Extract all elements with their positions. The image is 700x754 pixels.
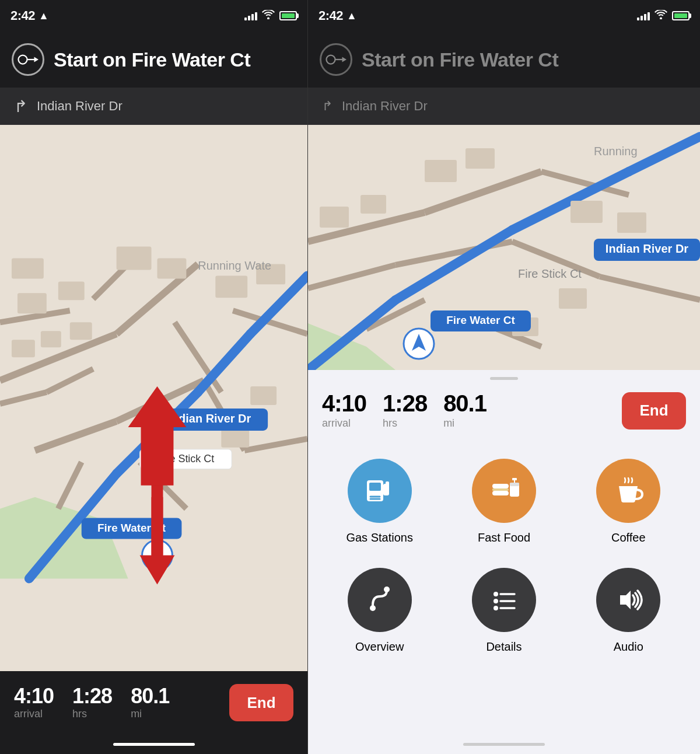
time-right: 2:42	[318, 8, 343, 23]
duration-stat-right: 1:28 hrs	[383, 392, 427, 430]
poi-overview[interactable]: Overview	[317, 556, 442, 665]
distance-stat-right: 80.1 mi	[443, 392, 487, 430]
svg-rect-92	[510, 483, 519, 486]
time-left: 2:42	[10, 8, 35, 23]
svg-rect-24	[41, 331, 61, 347]
fast-food-label: Fast Food	[478, 531, 530, 544]
svg-rect-70	[570, 201, 603, 223]
coffee-icon-circle	[596, 459, 660, 523]
turn-arrow-icon-right: ↱	[322, 99, 332, 114]
poi-gas-stations[interactable]: Gas Stations	[317, 447, 442, 556]
svg-rect-88	[492, 484, 509, 488]
svg-text:Running: Running	[594, 145, 638, 158]
svg-marker-50	[342, 57, 347, 62]
svg-point-97	[494, 592, 498, 596]
arrival-stat-right: 4:10 arrival	[322, 392, 366, 430]
right-panel: 2:42 ▲ Start on Fi	[308, 0, 700, 754]
status-bar-right: 2:42 ▲	[308, 0, 700, 32]
details-list-icon	[487, 582, 522, 617]
arrival-label-right: arrival	[322, 417, 366, 430]
details-label: Details	[486, 640, 522, 654]
status-icons-right	[637, 10, 690, 22]
next-turn-right: ↱ Indian River Dr	[308, 88, 700, 125]
poi-fast-food[interactable]: Fast Food	[442, 447, 566, 556]
location-icon-right: ▲	[346, 10, 357, 22]
bottom-bar-left: 4:10 arrival 1:28 hrs 80.1 mi End	[0, 671, 307, 734]
wifi-icon-right	[654, 10, 667, 22]
fast-food-icon-circle	[472, 459, 536, 523]
svg-point-0	[19, 55, 27, 64]
svg-rect-72	[559, 288, 587, 309]
distance-stat-left: 80.1 mi	[131, 686, 169, 720]
coffee-cup-icon	[611, 473, 646, 508]
turn-street-left: Indian River Dr	[37, 99, 123, 114]
svg-rect-27	[58, 281, 85, 300]
svg-rect-83	[369, 483, 381, 491]
svg-text:Fire Water Ct: Fire Water Ct	[446, 314, 515, 326]
arrival-value-left: 4:10	[14, 686, 54, 707]
overview-icon	[362, 582, 397, 617]
duration-label-right: hrs	[383, 417, 427, 430]
audio-speaker-icon	[611, 582, 646, 617]
svg-rect-29	[117, 246, 152, 270]
left-panel: 2:42 ▲ Start on Fi	[0, 0, 308, 754]
map-left: Running Wate Indian River Dr Fire Stick …	[0, 125, 307, 671]
svg-point-99	[494, 599, 498, 603]
end-button-right[interactable]: End	[622, 392, 686, 430]
battery-icon-right	[672, 11, 690, 20]
bottom-sheet: 4:10 arrival 1:28 hrs 80.1 mi End	[308, 370, 700, 734]
duration-value-left: 1:28	[72, 686, 112, 707]
home-indicator-right	[308, 734, 700, 754]
poi-coffee[interactable]: Coffee	[566, 447, 691, 556]
svg-rect-30	[157, 258, 186, 278]
duration-value-right: 1:28	[383, 392, 427, 415]
direction-header-left: Start on Fire Water Ct	[0, 32, 307, 88]
gas-pump-icon	[362, 473, 397, 508]
svg-text:Indian River Dr: Indian River Dr	[606, 242, 688, 255]
svg-point-48	[327, 55, 335, 64]
arrival-value-right: 4:10	[322, 392, 366, 415]
turn-street-right: Indian River Dr	[342, 99, 428, 114]
map-right: Running Indian River Dr Fire Stick Ct Fi…	[308, 125, 700, 370]
svg-rect-89	[492, 488, 509, 491]
direction-title-right: Start on Fire Water Ct	[362, 48, 558, 71]
gas-stations-label: Gas Stations	[346, 531, 413, 544]
duration-label-left: hrs	[72, 708, 112, 720]
direction-header-right: Start on Fire Water Ct	[308, 32, 700, 88]
svg-rect-66	[320, 207, 349, 228]
status-bar-left: 2:42 ▲	[0, 0, 307, 32]
end-button-left[interactable]: End	[229, 684, 293, 721]
distance-value-right: 80.1	[443, 392, 487, 415]
arrival-label-left: arrival	[14, 708, 54, 720]
overview-icon-circle	[348, 568, 412, 632]
battery-icon-left	[279, 11, 297, 20]
svg-text:Fire Stick Ct: Fire Stick Ct	[518, 267, 582, 280]
svg-rect-67	[360, 195, 386, 214]
audio-label: Audio	[614, 640, 643, 654]
svg-marker-103	[620, 591, 631, 609]
svg-point-101	[494, 606, 498, 610]
duration-stat-left: 1:28 hrs	[72, 686, 112, 720]
svg-point-96	[384, 587, 390, 592]
poi-details[interactable]: Details	[442, 556, 566, 665]
direction-title-left: Start on Fire Water Ct	[54, 48, 250, 71]
wifi-icon-left	[262, 10, 275, 22]
signal-bars-right	[637, 11, 650, 20]
svg-rect-23	[12, 340, 35, 357]
coffee-label: Coffee	[611, 531, 646, 544]
svg-rect-33	[250, 386, 276, 405]
direction-icon-right	[320, 43, 352, 76]
svg-rect-31	[215, 275, 247, 298]
details-icon-circle	[472, 568, 536, 632]
svg-rect-85	[386, 481, 389, 486]
home-indicator-left	[0, 734, 307, 754]
svg-rect-71	[617, 212, 646, 233]
svg-rect-69	[466, 148, 495, 169]
svg-rect-25	[70, 322, 92, 340]
gas-stations-icon-circle	[348, 459, 412, 523]
direction-icon-left	[12, 43, 44, 76]
audio-icon-circle	[596, 568, 660, 632]
svg-rect-94	[512, 478, 517, 480]
distance-label-left: mi	[131, 708, 169, 720]
poi-audio[interactable]: Audio	[566, 556, 691, 665]
